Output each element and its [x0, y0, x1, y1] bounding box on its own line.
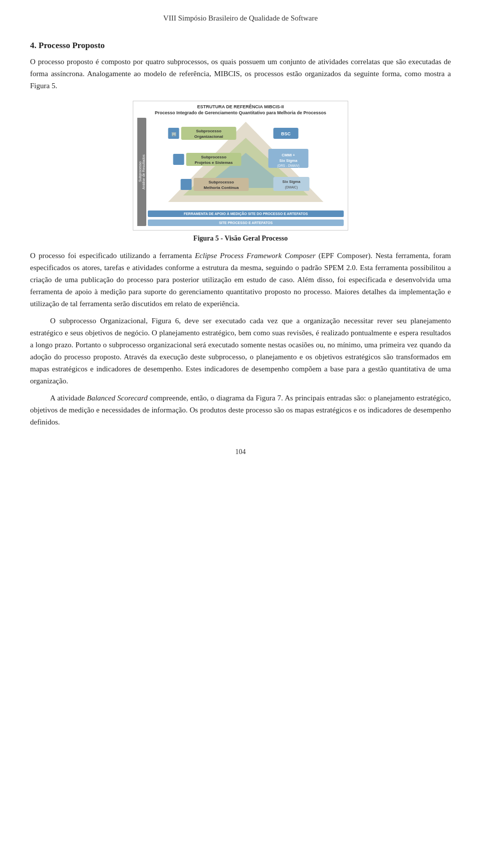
paragraph-1: O processo proposto é composto por quatr…: [30, 56, 451, 92]
diagram-title: ESTRUTURA DE REFERÊNCIA MIBCIS-II Proces…: [137, 104, 344, 116]
diagram-site-bar: SITE PROCESSO E ARTEFATOS: [148, 220, 344, 226]
page-number: 104: [30, 448, 451, 456]
svg-rect-18: [181, 179, 192, 190]
svg-text:BSC: BSC: [281, 131, 291, 136]
svg-text:Subprocesso: Subprocesso: [208, 180, 234, 184]
svg-text:Subprocesso: Subprocesso: [196, 129, 221, 133]
figure-5-diagram: ESTRUTURA DE REFERÊNCIA MIBCIS-II Proces…: [133, 101, 348, 231]
svg-text:Six Sigma: Six Sigma: [280, 158, 298, 163]
header-text: VIII Simpósio Brasileiro de Qualidade de…: [163, 14, 318, 22]
balanced-scorecard-italic: Balanced Scorecard: [87, 394, 147, 402]
svg-text:🏢: 🏢: [171, 131, 176, 136]
svg-text:Organizacional: Organizacional: [194, 134, 223, 139]
svg-text:Six Sigma: Six Sigma: [283, 179, 301, 184]
eclipse-framework-italic: Eclipse Process Framework Composer: [195, 252, 316, 260]
diagram-bottom-bar: FERRAMENTA DE APOIO À MEDIÇÃO SITE DO PR…: [148, 210, 344, 217]
page: VIII Simpósio Brasileiro de Qualidade de…: [0, 0, 481, 868]
figure-5-container: ESTRUTURA DE REFERÊNCIA MIBCIS-II Proces…: [30, 101, 451, 246]
svg-text:(DRS - DMAIV): (DRS - DMAIV): [277, 164, 299, 168]
svg-text:Subprocesso: Subprocesso: [201, 155, 226, 159]
svg-text:Melhoria Contínua: Melhoria Contínua: [204, 185, 239, 190]
figure-5-caption: Figura 5 - Visão Geral Processo: [193, 235, 288, 243]
svg-rect-10: [173, 154, 184, 165]
page-header: VIII Simpósio Brasileiro de Qualidade de…: [30, 14, 451, 25]
svg-text:(DMAIC): (DMAIC): [285, 185, 298, 189]
paragraph-2: O processo foi especificado utilizando a…: [30, 250, 451, 310]
svg-text:Projetos e Sistemas: Projetos e Sistemas: [194, 160, 233, 165]
diagram-main: SubprocessoAnálise de Resultados: [137, 118, 344, 226]
section-name: Processo Proposto: [39, 41, 105, 50]
section-title: 4. Processo Proposto: [30, 41, 451, 51]
paragraph-3: O subprocesso Organizacional, Figura 6, …: [30, 315, 451, 387]
diagram-pyramid-svg: 🏢 Subprocesso Organizacional BSC Subproc…: [148, 118, 344, 208]
diagram-side-label: SubprocessoAnálise de Resultados: [137, 118, 146, 226]
paragraph-4: A atividade Balanced Scorecard compreend…: [30, 392, 451, 428]
svg-text:CMMI +: CMMI +: [282, 153, 295, 157]
section-number: 4.: [30, 41, 37, 50]
